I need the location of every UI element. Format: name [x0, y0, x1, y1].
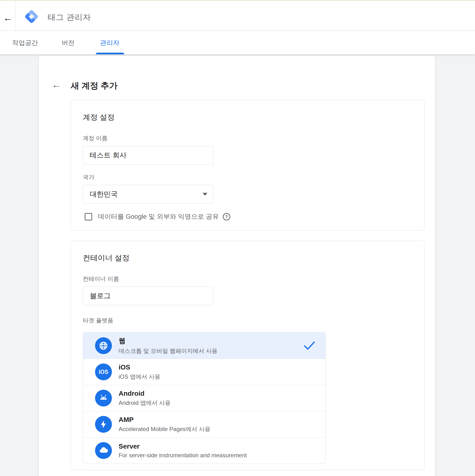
platform-row-amp[interactable]: iOS AMP Accelerated Mobile Pages에서 사용 [83, 411, 326, 437]
share-data-row: 데이터를 Google 및 외부와 익명으로 공유 ? [85, 212, 412, 221]
container-settings-title: 컨테이너 설정 [83, 253, 412, 263]
tag-manager-logo-icon [24, 9, 39, 24]
account-name-label: 계정 이름 [83, 134, 412, 142]
server-icon: iOS [95, 442, 112, 459]
account-name-input[interactable] [83, 146, 213, 165]
chevron-down-icon [203, 193, 207, 196]
share-data-label: 데이터를 Google 및 외부와 익명으로 공유 [98, 212, 219, 221]
account-settings-card: 계정 설정 계정 이름 국가 대한민국 데이터를 Google 및 외부와 익명… [71, 100, 424, 231]
web-icon: iOS [95, 337, 112, 354]
amp-icon: iOS [95, 416, 112, 433]
android-icon: iOS [95, 390, 112, 407]
tab-workspace[interactable]: 작업공간 [10, 31, 40, 54]
platform-texts: AMP Accelerated Mobile Pages에서 사용 [119, 416, 211, 433]
platform-name: Android [119, 390, 171, 397]
container-name-input[interactable] [83, 287, 213, 305]
share-help-icon[interactable]: ? [223, 213, 230, 221]
platform-row-server[interactable]: iOS Server For server-side instrumentati… [83, 437, 326, 463]
container-name-label: 컨테이너 이름 [83, 275, 412, 283]
platform-name: AMP [119, 416, 211, 424]
tab-versions[interactable]: 버전 [58, 31, 78, 54]
active-tab-underline [96, 53, 124, 54]
platform-row-web[interactable]: iOS 웹 데스크톱 및 모바일 웹페이지에서 사용 [83, 332, 326, 359]
platform-row-ios[interactable]: iOS iOS iOS 앱에서 사용 [83, 359, 326, 385]
platform-description: Accelerated Mobile Pages에서 사용 [119, 425, 211, 433]
tab-bar: 작업공간 버전 관리자 [0, 31, 475, 54]
country-select-value: 대한민국 [90, 189, 118, 199]
container-settings-card: 컨테이너 설정 컨테이너 이름 타겟 플랫폼 iOS [71, 241, 424, 470]
country-select[interactable]: 대한민국 [83, 185, 213, 204]
platform-description: iOS 앱에서 사용 [119, 373, 160, 381]
country-label: 국가 [83, 173, 412, 181]
platform-name: Server [119, 442, 247, 450]
selected-check-icon [304, 341, 315, 350]
platform-description: 데스크톱 및 모바일 웹페이지에서 사용 [119, 347, 218, 355]
app-header: ← 태그 관리자 ? [0, 1, 475, 31]
platform-texts: Android Android 앱에서 사용 [119, 390, 171, 407]
header-divider [15, 1, 15, 31]
platform-row-android[interactable]: iOS Android Android 앱에서 사용 [83, 385, 326, 411]
platform-name: 웹 [119, 336, 218, 345]
platform-texts: 웹 데스크톱 및 모바일 웹페이지에서 사용 [119, 336, 218, 355]
tab-admin[interactable]: 관리자 [98, 31, 122, 54]
platform-name: iOS [119, 363, 160, 371]
browser-back-icon[interactable]: ← [2, 12, 14, 23]
ios-icon: iOS [95, 363, 112, 380]
share-data-checkbox[interactable] [85, 213, 92, 221]
page-title: 새 계정 추가 [71, 80, 117, 91]
target-platform-list: iOS 웹 데스크톱 및 모바일 웹페이지에서 사용 [83, 332, 326, 464]
account-settings-title: 계정 설정 [83, 112, 412, 122]
page-back-icon[interactable]: ← [50, 79, 62, 91]
platform-description: Android 앱에서 사용 [119, 399, 171, 407]
main-card: ← 새 계정 추가 계정 설정 계정 이름 국가 대한민국 데이터를 Googl… [38, 55, 435, 476]
platform-texts: Server For server-side instrumentation a… [119, 442, 247, 459]
platform-description: For server-side instrumentation and meas… [119, 452, 247, 459]
target-platform-label: 타겟 플랫폼 [83, 317, 412, 324]
app-title: 태그 관리자 [48, 12, 91, 23]
platform-texts: iOS iOS 앱에서 사용 [119, 363, 160, 381]
